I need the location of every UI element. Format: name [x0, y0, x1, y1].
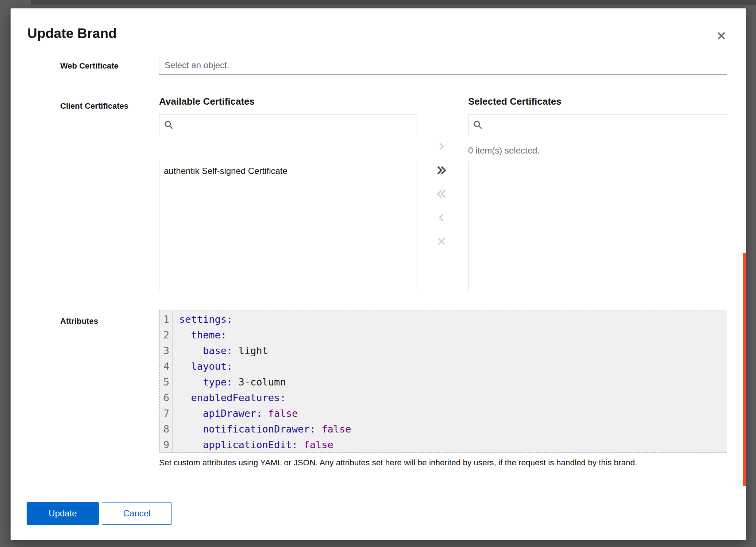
code-line: layout:	[179, 358, 727, 374]
cancel-button[interactable]: Cancel	[102, 502, 172, 525]
modal-close-button[interactable]	[713, 28, 729, 44]
update-button[interactable]: Update	[27, 502, 99, 525]
attributes-code-editor[interactable]: 123456789 settings: theme: base: light l…	[159, 310, 727, 453]
available-search-box	[159, 114, 417, 135]
code-line: base: light	[179, 343, 727, 358]
angle-double-right-icon	[436, 165, 447, 176]
move-all-right-button[interactable]	[433, 162, 450, 178]
selected-search-input[interactable]	[486, 115, 722, 135]
web-certificate-select-input[interactable]	[159, 56, 727, 75]
code-line: settings:	[179, 311, 727, 327]
code-line: applicationEdit: false	[179, 437, 727, 453]
code-content: settings: theme: base: light layout: typ…	[173, 311, 727, 453]
update-brand-modal: Update Brand Web Certificate Client Cert…	[11, 8, 746, 540]
transfer-controls	[433, 139, 450, 257]
move-all-left-button[interactable]	[433, 186, 450, 202]
client-certificates-label: Client Certificates	[60, 101, 128, 111]
angle-double-left-icon	[436, 189, 447, 199]
angle-right-icon	[436, 141, 447, 152]
available-certificates-heading: Available Certificates	[159, 96, 255, 107]
close-icon	[717, 31, 726, 40]
modal-scrollbar-thumb[interactable]	[743, 253, 746, 486]
web-certificate-label: Web Certificate	[60, 61, 119, 71]
code-line: apiDrawer: false	[179, 406, 727, 421]
selected-search-box	[468, 114, 727, 135]
move-selected-left-button[interactable]	[433, 210, 450, 226]
code-line: enabledFeatures:	[179, 390, 727, 406]
search-icon	[473, 120, 482, 129]
modal-title: Update Brand	[27, 26, 117, 41]
selected-count-status: 0 item(s) selected.	[468, 146, 540, 156]
code-line: notificationDrawer: false	[179, 421, 727, 437]
angle-left-icon	[436, 213, 447, 223]
times-icon	[436, 236, 447, 247]
selected-certificates-list	[468, 161, 727, 290]
attributes-help-text: Set custom attributes using YAML or JSON…	[159, 458, 728, 468]
page-behind-header	[31, 0, 756, 5]
clear-selected-button[interactable]	[433, 233, 450, 249]
available-certificates-list: authentik Self-signed Certificate	[159, 161, 417, 290]
certificate-list-item[interactable]: authentik Self-signed Certificate	[159, 161, 417, 180]
available-search-input[interactable]	[177, 115, 413, 135]
attributes-label: Attributes	[60, 317, 98, 326]
move-selected-right-button[interactable]	[433, 139, 450, 155]
code-line-numbers: 123456789	[159, 311, 173, 453]
selected-certificates-heading: Selected Certificates	[468, 96, 562, 107]
code-line: type: 3-column	[179, 374, 727, 390]
code-line: theme:	[179, 327, 727, 343]
search-icon	[164, 120, 173, 129]
